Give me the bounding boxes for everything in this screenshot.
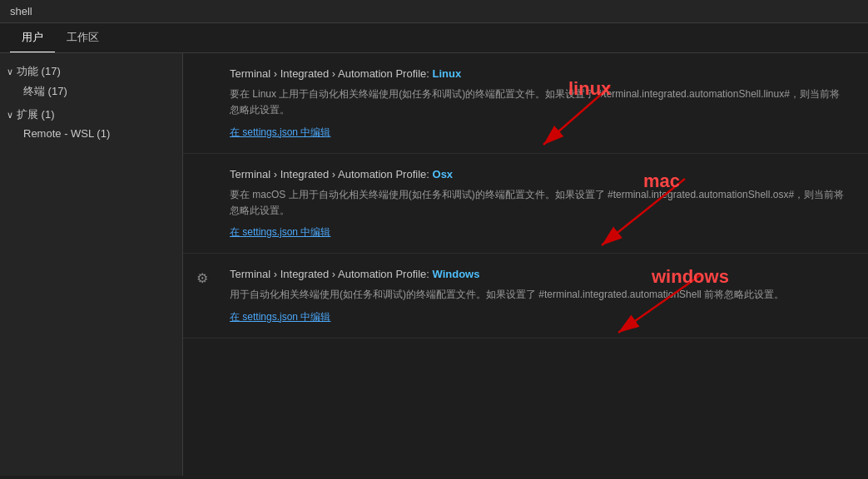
setting-desc-linux: 要在 Linux 上用于自动化相关终端使用(如任务和调试)的终端配置文件。如果设… bbox=[230, 86, 848, 118]
setting-link-windows[interactable]: 在 settings.json 中编辑 bbox=[230, 310, 330, 324]
breadcrumb-osx: Terminal › Integrated › Automation Profi… bbox=[230, 168, 433, 180]
tab-workspace[interactable]: 工作区 bbox=[55, 23, 111, 52]
svg-line-5 bbox=[618, 274, 702, 333]
setting-entry-linux: Terminal › Integrated › Automation Profi… bbox=[183, 53, 868, 154]
tabs-bar: 用户 工作区 bbox=[0, 23, 868, 53]
content-area: Terminal › Integrated › Automation Profi… bbox=[183, 53, 868, 476]
sidebar-section-header-features[interactable]: ∨ 功能 (17) bbox=[0, 62, 182, 81]
breadcrumb-windows: Terminal › Integrated › Automation Profi… bbox=[230, 268, 433, 280]
sidebar-section-features: ∨ 功能 (17) 终端 (17) bbox=[0, 60, 182, 103]
setting-key-windows: Windows bbox=[433, 268, 480, 280]
tab-user[interactable]: 用户 bbox=[10, 23, 55, 52]
chevron-down-icon: ∨ bbox=[7, 67, 13, 77]
setting-title-osx: Terminal › Integrated › Automation Profi… bbox=[230, 167, 848, 182]
chevron-down-icon-2: ∨ bbox=[7, 110, 13, 121]
title-text: shell bbox=[10, 5, 32, 17]
setting-title-windows: Terminal › Integrated › Automation Profi… bbox=[230, 267, 848, 282]
sidebar-item-remote-wsl[interactable]: Remote - WSL (1) bbox=[0, 125, 182, 142]
sidebar-section-extensions: ∨ 扩展 (1) Remote - WSL (1) bbox=[0, 103, 182, 144]
gear-icon: ⚙ bbox=[196, 270, 208, 286]
sidebar: ∨ 功能 (17) 终端 (17) ∨ 扩展 (1) Remote - WSL … bbox=[0, 53, 183, 476]
setting-title-linux: Terminal › Integrated › Automation Profi… bbox=[230, 67, 848, 81]
setting-desc-osx: 要在 macOS 上用于自动化相关终端使用(如任务和调试)的终端配置文件。如果设… bbox=[230, 187, 848, 219]
setting-entry-osx: Terminal › Integrated › Automation Profi… bbox=[183, 154, 868, 254]
setting-key-linux: Linux bbox=[433, 67, 462, 80]
sidebar-item-terminal[interactable]: 终端 (17) bbox=[0, 81, 182, 101]
setting-entry-windows: ⚙ Terminal › Integrated › Automation Pro… bbox=[183, 254, 868, 338]
setting-key-osx: Osx bbox=[433, 168, 454, 180]
sidebar-section-label-features: 功能 (17) bbox=[17, 64, 61, 79]
sidebar-section-header-extensions[interactable]: ∨ 扩展 (1) bbox=[0, 105, 182, 125]
breadcrumb-linux: Terminal › Integrated › Automation Profi… bbox=[230, 67, 433, 80]
sidebar-section-label-extensions: 扩展 (1) bbox=[17, 107, 55, 122]
title-bar: shell bbox=[0, 0, 868, 23]
setting-link-osx[interactable]: 在 settings.json 中编辑 bbox=[230, 225, 330, 240]
setting-link-linux[interactable]: 在 settings.json 中编辑 bbox=[230, 126, 330, 140]
setting-desc-windows: 用于自动化相关终端使用(如任务和调试)的终端配置文件。如果设置了 #termin… bbox=[230, 287, 848, 303]
